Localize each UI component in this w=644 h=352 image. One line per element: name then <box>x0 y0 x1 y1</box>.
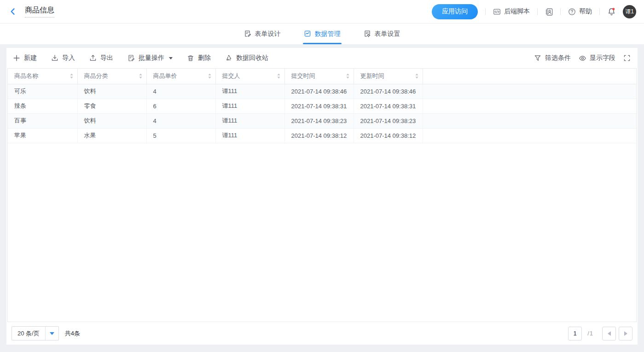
table-row[interactable]: 百事 饮料 4 谭111 2021-07-14 09:38:23 2021-07… <box>8 113 636 128</box>
cell-filler <box>423 84 636 99</box>
cell-unit-price: 4 <box>146 113 215 128</box>
table-row[interactable]: 苹果 水果 5 谭111 2021-07-14 09:38:12 2021-07… <box>8 128 636 143</box>
tabbar: 表单设计 数据管理 表单设置 <box>0 23 644 44</box>
cell-product-category: 水果 <box>77 128 146 143</box>
chevron-left-icon <box>9 7 17 16</box>
export-label: 导出 <box>100 54 113 62</box>
cell-unit-price: 6 <box>146 99 215 113</box>
select-caret-icon <box>45 327 58 340</box>
divider <box>599 8 600 15</box>
column-header-product-name[interactable]: 商品名称 <box>8 69 77 84</box>
column-header-unit-price[interactable]: 商品单价 <box>146 69 215 84</box>
address-book-button[interactable] <box>545 8 553 16</box>
tab-form-design[interactable]: 表单设计 <box>243 23 282 44</box>
cell-product-category: 零食 <box>77 99 146 113</box>
prev-page-button[interactable] <box>602 327 616 340</box>
chart-line-icon <box>304 30 312 38</box>
backend-script-button[interactable]: 后端脚本 <box>493 7 530 16</box>
cell-update-time: 2021-07-14 09:38:23 <box>354 113 423 128</box>
column-header-product-category[interactable]: 商品分类 <box>77 69 146 84</box>
cell-filler <box>423 113 636 128</box>
delete-label: 删除 <box>198 54 211 62</box>
cell-submitter: 谭111 <box>215 99 284 113</box>
filter-label: 筛选条件 <box>545 54 571 62</box>
data-manage-panel: 新建 导入 导出 批量操作 删除 <box>6 48 638 345</box>
data-table: 商品名称 商品分类 商品单价 提交人 提交时间 更新时间 可乐 饮料 4 谭11… <box>8 69 636 143</box>
sort-icon[interactable] <box>139 73 143 79</box>
tab-form-settings[interactable]: 表单设置 <box>363 23 401 44</box>
bell-icon <box>607 7 616 16</box>
cell-product-name: 百事 <box>8 113 77 128</box>
notification-badge <box>612 8 615 10</box>
avatar[interactable]: 谭1 <box>623 5 636 18</box>
cell-filler <box>423 99 636 113</box>
triangle-right-icon <box>624 331 627 336</box>
topbar: 商品信息 应用访问 后端脚本 帮助 谭 <box>0 0 644 23</box>
cell-update-time: 2021-07-14 09:38:31 <box>354 99 423 113</box>
table-toolbar: 新建 导入 导出 批量操作 删除 <box>6 48 638 68</box>
column-header-submitter[interactable]: 提交人 <box>215 69 284 84</box>
document-gear-icon <box>364 30 371 38</box>
help-button[interactable]: 帮助 <box>568 7 592 16</box>
tab-label: 表单设置 <box>375 30 400 38</box>
cell-product-name: 可乐 <box>8 84 77 99</box>
tab-data-manage[interactable]: 数据管理 <box>303 23 342 44</box>
funnel-icon <box>534 54 542 62</box>
pager: 1 /1 <box>568 327 632 340</box>
eye-icon <box>579 54 586 62</box>
document-pencil-icon <box>128 54 135 62</box>
import-label: 导入 <box>62 54 75 62</box>
import-icon <box>51 54 59 62</box>
cell-submitter: 谭111 <box>215 84 284 99</box>
cell-submitter: 谭111 <box>215 113 284 128</box>
table-row[interactable]: 可乐 饮料 4 谭111 2021-07-14 09:38:46 2021-07… <box>8 84 636 99</box>
display-fields-button[interactable]: 显示字段 <box>579 54 615 62</box>
cell-product-category: 饮料 <box>77 113 146 128</box>
cell-submit-time: 2021-07-14 09:38:31 <box>284 99 354 113</box>
code-brackets-icon <box>493 8 501 16</box>
filter-button[interactable]: 筛选条件 <box>534 54 571 62</box>
column-header-submit-time[interactable]: 提交时间 <box>284 69 354 84</box>
import-button[interactable]: 导入 <box>51 54 75 62</box>
fullscreen-icon <box>623 54 631 62</box>
current-page-input[interactable]: 1 <box>568 327 582 340</box>
new-button[interactable]: 新建 <box>13 54 37 62</box>
cell-submit-time: 2021-07-14 09:38:46 <box>284 84 354 99</box>
sort-icon[interactable] <box>346 73 350 79</box>
header-row: 商品名称 商品分类 商品单价 提交人 提交时间 更新时间 <box>8 69 636 84</box>
table-row[interactable]: 辣条 零食 6 谭111 2021-07-14 09:38:31 2021-07… <box>8 99 636 113</box>
batch-operations-button[interactable]: 批量操作 <box>128 54 173 62</box>
sort-icon[interactable] <box>70 73 74 79</box>
pagination-bar: 20 条/页 共4条 1 /1 <box>6 322 638 345</box>
sort-icon[interactable] <box>208 73 212 79</box>
cell-submit-time: 2021-07-14 09:38:23 <box>284 113 354 128</box>
fullscreen-button[interactable] <box>623 54 631 62</box>
caret-down-icon <box>169 57 173 59</box>
cell-update-time: 2021-07-14 09:38:46 <box>354 84 423 99</box>
page-title[interactable]: 商品信息 <box>25 6 54 18</box>
total-count: 共4条 <box>65 329 80 338</box>
back-button[interactable] <box>8 6 18 17</box>
divider <box>537 8 538 15</box>
notification-button[interactable] <box>607 7 616 16</box>
page-size-select[interactable]: 20 条/页 <box>12 326 59 340</box>
export-button[interactable]: 导出 <box>89 54 113 62</box>
backend-script-label: 后端脚本 <box>504 7 530 16</box>
topbar-actions: 应用访问 后端脚本 帮助 谭1 <box>432 4 636 19</box>
recycle-bin-button[interactable]: 数据回收站 <box>225 54 268 62</box>
sort-icon[interactable] <box>415 73 419 79</box>
column-header-update-time[interactable]: 更新时间 <box>354 69 423 84</box>
page-size-value: 20 条/页 <box>12 327 45 340</box>
divider <box>560 8 561 15</box>
next-page-button[interactable] <box>619 327 632 340</box>
column-header-filler <box>423 69 636 84</box>
batch-operations-label: 批量操作 <box>139 54 164 62</box>
cell-submitter: 谭111 <box>215 128 284 143</box>
cell-unit-price: 5 <box>146 128 215 143</box>
app-access-button[interactable]: 应用访问 <box>432 4 478 19</box>
divider <box>485 8 486 15</box>
cell-product-name: 辣条 <box>8 99 77 113</box>
cell-product-name: 苹果 <box>8 128 77 143</box>
delete-button[interactable]: 删除 <box>187 54 211 62</box>
sort-icon[interactable] <box>277 73 281 79</box>
